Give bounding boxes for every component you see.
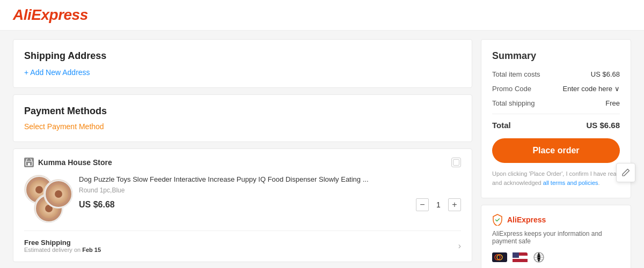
product-price: US $6.68 <box>79 200 115 210</box>
edit-icon <box>621 168 630 177</box>
trust-description: AliExpress keeps your information and pa… <box>492 230 620 245</box>
delivery-date-value: Feb 15 <box>82 247 101 253</box>
payment-methods-card: Payment Methods Select Payment Method <box>13 94 472 142</box>
product-images <box>24 175 72 223</box>
trust-badges <box>492 251 620 263</box>
promo-value[interactable]: Enter code here ∨ <box>562 85 620 93</box>
items-value: US $6.68 <box>591 70 620 78</box>
product-info: Dog Puzzle Toys Slow Feeder Interactive … <box>79 175 461 211</box>
svg-rect-2 <box>453 160 459 166</box>
product-checkbox[interactable] <box>451 158 461 167</box>
qty-value: 1 <box>433 200 444 209</box>
shipping-label: Total shipping <box>492 99 535 107</box>
svg-rect-1 <box>28 163 30 166</box>
right-column: Summary Total item costs US $6.68 Promo … <box>481 39 631 268</box>
badge-secure <box>492 252 507 262</box>
summary-card: Summary Total item costs US $6.68 Promo … <box>481 39 631 198</box>
add-address-link[interactable]: + Add New Address <box>24 68 90 77</box>
shipping-title: Shipping Address <box>24 50 461 62</box>
delivery-date: Estimated delivery on Feb 15 <box>24 247 101 253</box>
total-row: Total US $6.68 <box>492 121 620 130</box>
svg-rect-9 <box>513 252 519 258</box>
svg-rect-3 <box>492 252 507 262</box>
svg-rect-8 <box>513 259 528 262</box>
shipping-chevron-right[interactable]: › <box>458 241 461 251</box>
select-payment-link[interactable]: Select Payment Method <box>24 122 104 131</box>
terms-text: Upon clicking 'Place Order', I confirm I… <box>492 169 620 187</box>
terms-after: . <box>598 180 600 186</box>
globe-icon <box>533 251 545 263</box>
terms-link[interactable]: all terms and policies <box>543 180 598 186</box>
aliexpress-logo: AliExpress <box>13 6 88 23</box>
store-name: Kumma House Store <box>38 158 112 167</box>
qty-decrease-btn[interactable]: − <box>416 198 429 211</box>
trust-header: AliExpress <box>492 214 620 226</box>
qty-control: − 1 + <box>416 198 461 211</box>
product-row: Dog Puzzle Toys Slow Feeder Interactive … <box>24 175 461 223</box>
summary-row-promo: Promo Code Enter code here ∨ <box>492 85 620 93</box>
shipping-free-value: Free <box>605 99 620 107</box>
badge-globe <box>533 251 545 263</box>
product-variant: Round 1pc,Blue <box>79 187 461 194</box>
summary-title: Summary <box>492 50 620 62</box>
store-name-row: Kumma House Store <box>24 158 112 167</box>
store-icon <box>24 158 34 167</box>
total-value: US $6.68 <box>586 121 620 130</box>
promo-chevron-icon: ∨ <box>614 85 620 93</box>
place-order-button[interactable]: Place order <box>492 138 620 163</box>
qty-increase-btn[interactable]: + <box>448 198 461 211</box>
badge-flag <box>513 252 528 262</box>
product-image-3 <box>43 179 73 209</box>
left-column: Shipping Address + Add New Address Payme… <box>13 39 472 268</box>
summary-row-items: Total item costs US $6.68 <box>492 70 620 78</box>
total-label: Total <box>492 121 511 130</box>
trust-card: AliExpress AliExpress keeps your informa… <box>481 205 631 268</box>
secure-payment-icon <box>492 252 507 262</box>
store-header: Kumma House Store <box>24 158 461 167</box>
shipping-info: Free Shipping Estimated delivery on Feb … <box>24 239 101 253</box>
items-label: Total item costs <box>492 70 540 78</box>
promo-label: Promo Code <box>492 85 531 93</box>
edit-button[interactable] <box>616 163 635 182</box>
free-shipping-label: Free Shipping <box>24 239 101 247</box>
main-content: Shipping Address + Add New Address Payme… <box>0 31 644 268</box>
shipping-address-card: Shipping Address + Add New Address <box>13 39 472 88</box>
shipping-footer: Free Shipping Estimated delivery on Feb … <box>24 230 461 253</box>
trust-logo: AliExpress <box>507 215 546 224</box>
flag-icon <box>513 252 528 262</box>
shield-icon <box>492 214 503 226</box>
product-title: Dog Puzzle Toys Slow Feeder Interactive … <box>79 175 461 184</box>
summary-divider <box>492 114 620 114</box>
payment-title: Payment Methods <box>24 106 461 117</box>
summary-row-shipping: Total shipping Free <box>492 99 620 107</box>
header: AliExpress <box>0 0 644 31</box>
promo-code-text: Enter code here <box>562 85 612 93</box>
product-price-row: US $6.68 − 1 + <box>79 198 461 211</box>
store-card: Kumma House Store <box>13 148 472 262</box>
